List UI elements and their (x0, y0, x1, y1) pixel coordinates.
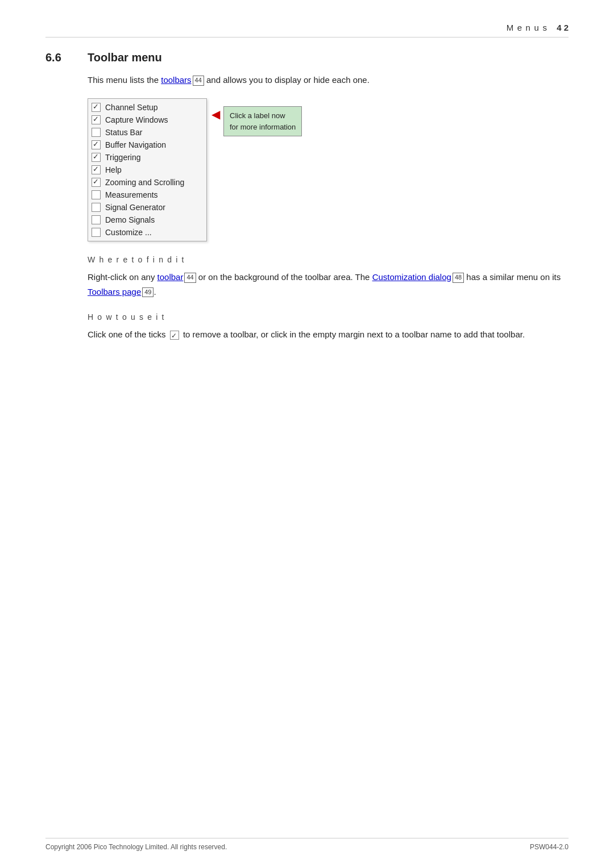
callout-line2: for more information (230, 122, 296, 133)
page-header: M e n u s 4 2 (45, 23, 569, 37)
footer-version: PSW044-2.0 (530, 843, 569, 851)
menu-screenshot-area: Channel SetupCapture WindowsStatus BarBu… (88, 98, 569, 241)
wtf-text-end: . (154, 287, 156, 297)
menu-item[interactable]: Capture Windows (88, 114, 206, 126)
tick-icon (170, 331, 179, 340)
callout-arrow-icon: ◀ (211, 108, 220, 120)
page-footer: Copyright 2006 Pico Technology Limited. … (45, 838, 569, 851)
menu-item-label: Measurements (105, 190, 158, 199)
toolbars-ref-badge: 44 (193, 76, 204, 85)
customization-dialog-link[interactable]: Customization dialog (372, 272, 451, 282)
menu-item-checkbox[interactable] (92, 215, 101, 224)
where-to-find-heading: W h e r e t o f i n d i t (88, 255, 569, 264)
menu-item[interactable]: Status Bar (88, 126, 206, 139)
toolbars-link[interactable]: toolbars (161, 75, 191, 85)
menu-item[interactable]: Buffer Navigation (88, 139, 206, 151)
menu-item-label: Triggering (105, 153, 141, 162)
header-page-number: 4 2 (557, 23, 569, 32)
menu-item[interactable]: Measurements (88, 189, 206, 201)
menu-item-checkbox[interactable] (92, 178, 101, 187)
menu-item-checkbox[interactable] (92, 190, 101, 199)
footer-copyright: Copyright 2006 Pico Technology Limited. … (45, 843, 227, 851)
htu-text-after: to remove a toolbar, or click in the emp… (181, 329, 525, 339)
callout-box: Click a label now for more information (223, 106, 302, 136)
menu-item-checkbox[interactable] (92, 140, 101, 149)
menu-item[interactable]: Channel Setup (88, 101, 206, 114)
where-to-find-paragraph: Right-click on any toolbar44 or on the b… (88, 270, 569, 299)
wtf-text3: has a similar menu on its (464, 272, 561, 282)
toolbars-page-ref: 49 (142, 287, 154, 297)
menu-item-checkbox[interactable] (92, 103, 101, 112)
intro-paragraph: This menu lists the toolbars44 and allow… (88, 73, 569, 87)
intro-text-before-link: This menu lists the (88, 75, 161, 85)
toolbar-link2[interactable]: toolbar (157, 272, 184, 282)
section-number: 6.6 (45, 51, 74, 64)
menu-item-checkbox[interactable] (92, 115, 101, 124)
how-to-use-heading: H o w t o u s e i t (88, 312, 569, 322)
menu-item[interactable]: Triggering (88, 151, 206, 164)
menu-item[interactable]: Demo Signals (88, 214, 206, 226)
menu-item-checkbox[interactable] (92, 165, 101, 174)
menu-item-label: Buffer Navigation (105, 140, 166, 149)
htu-text-before: Click one of the ticks (88, 329, 168, 339)
menu-item[interactable]: Help (88, 164, 206, 176)
how-to-use-paragraph: Click one of the ticks to remove a toolb… (88, 327, 569, 342)
menu-item-label: Status Bar (105, 128, 142, 137)
menu-item-label: Zooming and Scrolling (105, 178, 184, 187)
menu-item[interactable]: Zooming and Scrolling (88, 176, 206, 189)
section-title: Toolbar menu (88, 51, 162, 64)
intro-text-after-link: and allows you to display or hide each o… (204, 75, 370, 85)
menu-item-label: Customize ... (105, 228, 152, 237)
page-container: M e n u s 4 2 6.6 Toolbar menu This menu… (0, 0, 614, 868)
menu-item[interactable]: Signal Generator (88, 201, 206, 214)
menu-item-label: Demo Signals (105, 215, 155, 224)
menu-item-checkbox[interactable] (92, 203, 101, 212)
customization-ref: 48 (453, 273, 464, 282)
callout-area: ◀ Click a label now for more information (211, 106, 302, 136)
wtf-text1: Right-click on any (88, 272, 157, 282)
toolbars-page-link[interactable]: Toolbars page (88, 287, 141, 297)
menu-item-checkbox[interactable] (92, 128, 101, 137)
callout-line1: Click a label now (230, 110, 296, 122)
header-section-label: M e n u s (507, 23, 548, 32)
menu-item-label: Help (105, 165, 122, 174)
toolbar-menu-box[interactable]: Channel SetupCapture WindowsStatus BarBu… (88, 98, 207, 241)
menu-item-checkbox[interactable] (92, 228, 101, 237)
toolbar-ref2: 44 (184, 273, 196, 282)
section-heading: 6.6 Toolbar menu (45, 51, 569, 64)
menu-item-label: Signal Generator (105, 203, 165, 212)
menu-item[interactable]: Customize ... (88, 226, 206, 239)
menu-item-checkbox[interactable] (92, 153, 101, 162)
menu-item-label: Capture Windows (105, 115, 168, 124)
menu-item-label: Channel Setup (105, 103, 158, 112)
wtf-text2: or on the background of the toolbar area… (196, 272, 372, 282)
